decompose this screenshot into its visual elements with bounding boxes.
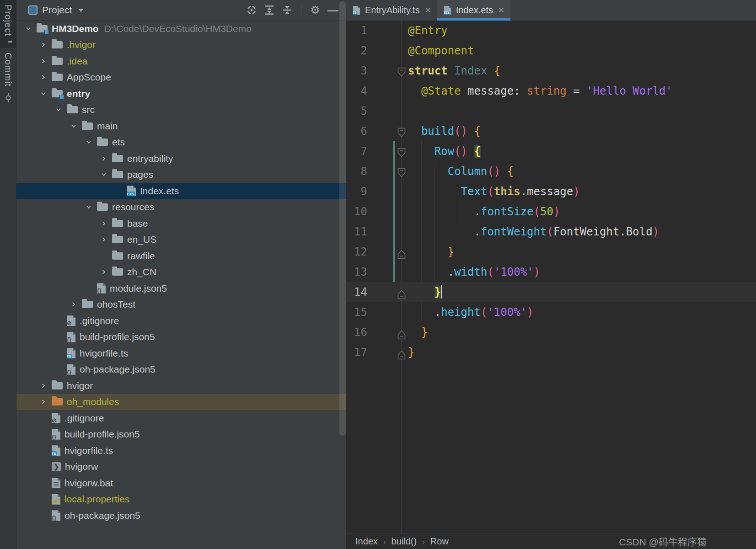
code-line-14[interactable]: 14 } <box>346 282 756 302</box>
chevron-collapsed-icon[interactable] <box>99 235 108 244</box>
tree-item-resources[interactable]: resources <box>16 199 346 216</box>
tree-item-oh-package-json5[interactable]: {}oh-package.json5 <box>16 362 346 378</box>
chevron-expanded-icon[interactable] <box>99 170 108 179</box>
breadcrumb-item-row[interactable]: Row <box>430 536 449 546</box>
tree-item-hm3demo[interactable]: HM3DemoD:\Code\DevEcoStudio\HM3Demo <box>16 21 346 37</box>
code-line-17[interactable]: 17} <box>346 342 756 362</box>
tree-item-rawfile[interactable]: rawfile <box>16 248 346 264</box>
code-line-3[interactable]: 3struct Index { <box>346 61 756 81</box>
code-line-5[interactable]: 5 <box>346 101 756 121</box>
tab-index-ets[interactable]: ETSIndex.ets✕ <box>437 0 510 21</box>
tree-item-ohostest[interactable]: ohosTest <box>16 297 346 313</box>
chevron-collapsed-icon[interactable] <box>39 40 48 49</box>
tree-item-label: .gitignore <box>80 315 119 326</box>
tree-item-oh-modules[interactable]: oh_modules <box>16 394 346 410</box>
chevron-expanded-icon[interactable] <box>69 122 78 131</box>
breadcrumb-item-index[interactable]: Index <box>355 536 378 546</box>
code-line-12[interactable]: 12 } <box>346 242 756 262</box>
code-line-13[interactable]: 13 .width('100%') <box>346 262 756 282</box>
line-number: 10 <box>346 202 367 222</box>
chevron-collapsed-icon[interactable] <box>39 397 48 406</box>
tree-item-label: oh-package.json5 <box>80 364 155 375</box>
chevron-expanded-icon[interactable] <box>39 89 48 98</box>
tree-item-entryability[interactable]: entryability <box>16 150 346 167</box>
tree-item-ets[interactable]: ets <box>16 134 346 151</box>
chevron-collapsed-icon[interactable] <box>39 381 48 390</box>
tree-item--gitignore[interactable]: ⊘.gitignore <box>16 313 346 329</box>
chevron-expanded-icon[interactable] <box>84 203 93 212</box>
code-line-1[interactable]: 1@Entry <box>346 21 756 41</box>
tree-scrollbar[interactable] <box>339 1 346 436</box>
tree-item-base[interactable]: base <box>16 215 346 232</box>
code-line-16[interactable]: 16 } <box>346 322 756 342</box>
tree-item-hvigorw[interactable]: ❯hvigorw <box>16 459 346 475</box>
code-line-4[interactable]: 4 @State message: string = 'Hello World' <box>346 81 756 101</box>
tree-item-hvigorfile-ts[interactable]: TShvigorfile.ts <box>16 345 346 362</box>
tree-item-hvigor[interactable]: hvigor <box>16 378 346 394</box>
chevron-collapsed-icon[interactable] <box>99 267 108 277</box>
chevron-collapsed-icon[interactable] <box>99 219 108 228</box>
code-line-15[interactable]: 15 .height('100%') <box>346 302 756 322</box>
line-number: 13 <box>346 262 367 282</box>
tree-item-en-us[interactable]: en_US <box>16 232 346 248</box>
chevron-collapsed-icon[interactable] <box>69 300 78 309</box>
breadcrumb-item-build[interactable]: build() <box>391 536 417 546</box>
collapse-all-button[interactable] <box>281 4 293 16</box>
folder-icon <box>52 58 63 65</box>
tree-item-label: oh-package.json5 <box>64 510 140 521</box>
tree-item-hvigorfile-ts[interactable]: TShvigorfile.ts <box>16 442 346 459</box>
tool-window-button-project[interactable]: Project <box>0 0 16 48</box>
code-line-11[interactable]: 11 .fontWeight(FontWeight.Bold) <box>346 222 756 242</box>
folder-icon <box>82 123 93 130</box>
code-line-7[interactable]: 7 Row() { <box>346 141 756 161</box>
tree-item-zh-cn[interactable]: zh_CN <box>16 264 346 281</box>
tree-item-module-json5[interactable]: {}module.json5 <box>16 280 346 297</box>
tab-label: EntryAbility.ts <box>365 5 420 16</box>
tree-item-appscope[interactable]: AppScope <box>16 69 346 86</box>
chevron-expanded-icon[interactable] <box>54 105 63 114</box>
chevron-collapsed-icon[interactable] <box>39 73 48 82</box>
tree-item--idea[interactable]: .idea <box>16 53 346 69</box>
expand-all-button[interactable] <box>263 4 275 16</box>
line-number: 4 <box>346 81 367 101</box>
tab-entryability-ts[interactable]: TSEntryAbility.ts✕ <box>346 0 437 21</box>
tree-item-build-profile-json5[interactable]: {}build-profile.json5 <box>16 426 346 443</box>
tree-item-entry[interactable]: entry <box>16 85 346 102</box>
ts-file-icon: TS <box>353 6 360 15</box>
tree-item-local-properties[interactable]: local.properties <box>16 491 346 508</box>
locate-file-button[interactable] <box>246 4 257 16</box>
activity-bar: Project Commit <box>0 0 16 549</box>
tree-item-main[interactable]: main <box>16 118 346 134</box>
chevron-expanded-icon[interactable] <box>84 138 93 147</box>
tree-item-index-ets[interactable]: ETSIndex.ets <box>16 183 346 199</box>
code-line-6[interactable]: 6 build() { <box>346 121 756 141</box>
chevron-collapsed-icon[interactable] <box>39 57 48 66</box>
tool-window-button-commit[interactable]: Commit <box>0 48 16 110</box>
tree-item-label: ohosTest <box>97 299 135 310</box>
project-panel: Project <box>16 0 346 549</box>
code-line-2[interactable]: 2@Component <box>346 41 756 61</box>
tree-item-oh-package-json5[interactable]: {}oh-package.json5 <box>16 507 346 524</box>
tree-item--gitignore[interactable]: ⊘.gitignore <box>16 410 346 426</box>
tree-item--hvigor[interactable]: .hvigor <box>16 37 346 53</box>
fold-marker-up-icon[interactable] <box>397 346 407 367</box>
tree-item-build-profile-json5[interactable]: {}build-profile.json5 <box>16 329 346 346</box>
tab-close-icon[interactable]: ✕ <box>425 5 431 15</box>
ide-window: Project Commit Project <box>0 0 756 549</box>
tree-item-src[interactable]: src <box>16 102 346 118</box>
settings-gear-icon[interactable]: ⚙ <box>309 4 321 16</box>
hide-panel-button[interactable]: — <box>327 4 339 16</box>
tree-item-label: base <box>127 218 148 229</box>
code-line-9[interactable]: 9 Text(this.message) <box>346 181 756 202</box>
chevron-collapsed-icon[interactable] <box>99 154 108 163</box>
tree-item-hvigorw-bat[interactable]: hvigorw.bat <box>16 475 346 491</box>
chevron-down-icon[interactable] <box>78 9 84 12</box>
chevron-expanded-icon[interactable] <box>24 24 33 33</box>
code-line-8[interactable]: 8 Column() { <box>346 161 756 181</box>
code-line-10[interactable]: 10 .fontSize(50) <box>346 202 756 222</box>
line-number: 17 <box>346 342 367 362</box>
tree-item-pages[interactable]: pages <box>16 167 346 183</box>
code-editor[interactable]: 1@Entry2@Component3struct Index {4 @Stat… <box>346 21 756 533</box>
tab-close-icon[interactable]: ✕ <box>498 5 504 15</box>
tree-item-label: .gitignore <box>64 413 104 424</box>
